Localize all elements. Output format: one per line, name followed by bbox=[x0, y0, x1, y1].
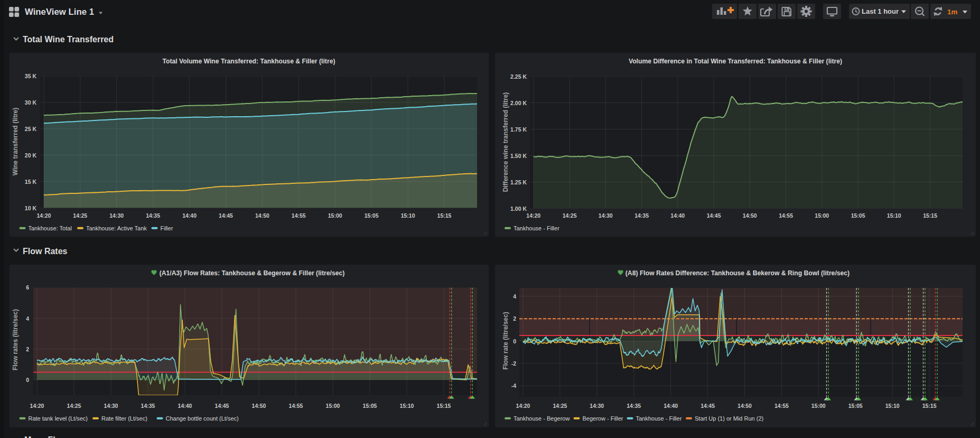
svg-text:14:55: 14:55 bbox=[289, 403, 303, 409]
svg-text:14:40: 14:40 bbox=[178, 403, 192, 409]
svg-text:15:05: 15:05 bbox=[363, 403, 377, 409]
svg-text:14:55: 14:55 bbox=[774, 403, 789, 409]
svg-text:15:15: 15:15 bbox=[923, 212, 937, 219]
svg-text:Flow rate (litre/sec): Flow rate (litre/sec) bbox=[502, 312, 509, 369]
svg-text:14:50: 14:50 bbox=[738, 403, 752, 409]
svg-text:1.50 K: 1.50 K bbox=[510, 153, 527, 159]
svg-text:15:00: 15:00 bbox=[328, 212, 342, 219]
svg-text:Begerow - Filler: Begerow - Filler bbox=[583, 415, 623, 422]
svg-text:14:35: 14:35 bbox=[634, 212, 649, 219]
svg-text:14:40: 14:40 bbox=[182, 212, 197, 219]
svg-text:0: 0 bbox=[26, 377, 29, 383]
svg-text:14:50: 14:50 bbox=[252, 403, 266, 409]
svg-text:2.00 K: 2.00 K bbox=[510, 100, 527, 106]
svg-text:14:25: 14:25 bbox=[67, 403, 81, 409]
svg-text:15:00: 15:00 bbox=[811, 403, 826, 409]
svg-text:4: 4 bbox=[26, 315, 29, 322]
svg-text:14:45: 14:45 bbox=[219, 212, 233, 219]
svg-text:Filler: Filler bbox=[161, 225, 173, 231]
svg-text:15:05: 15:05 bbox=[848, 403, 863, 409]
svg-text:2: 2 bbox=[26, 346, 29, 352]
svg-text:Tankhouse: Active Tank: Tankhouse: Active Tank bbox=[86, 225, 147, 231]
svg-text:1m: 1m bbox=[947, 8, 958, 16]
svg-text:15 K: 15 K bbox=[25, 179, 37, 185]
svg-text:14:35: 14:35 bbox=[627, 403, 641, 409]
svg-text:1.75 K: 1.75 K bbox=[510, 126, 527, 133]
svg-text:14:45: 14:45 bbox=[701, 403, 715, 409]
svg-text:14:45: 14:45 bbox=[215, 403, 229, 409]
svg-text:(A1/A3) Flow Rates: Tankhouse: (A1/A3) Flow Rates: Tankhouse & Begerow … bbox=[160, 269, 345, 277]
svg-text:15:10: 15:10 bbox=[887, 212, 901, 219]
svg-text:14:45: 14:45 bbox=[707, 212, 721, 219]
svg-text:15:10: 15:10 bbox=[401, 212, 415, 219]
svg-text:15:00: 15:00 bbox=[326, 403, 340, 409]
svg-text:15:15: 15:15 bbox=[437, 212, 452, 219]
svg-text:14:30: 14:30 bbox=[104, 403, 118, 409]
svg-text:Tankhouse - Filler: Tankhouse - Filler bbox=[514, 225, 559, 231]
svg-text:Change bottle count (Lt/sec): Change bottle count (Lt/sec) bbox=[166, 415, 239, 422]
svg-text:35 K: 35 K bbox=[25, 73, 37, 79]
svg-text:15:15: 15:15 bbox=[922, 403, 937, 409]
svg-text:14:30: 14:30 bbox=[590, 403, 604, 409]
svg-text:14:40: 14:40 bbox=[670, 212, 685, 219]
svg-text:14:20: 14:20 bbox=[36, 212, 51, 219]
svg-text:WineView Line 1: WineView Line 1 bbox=[25, 7, 94, 17]
svg-text:10 K: 10 K bbox=[25, 205, 37, 211]
svg-text:14:30: 14:30 bbox=[599, 212, 613, 219]
svg-text:-2: -2 bbox=[511, 360, 516, 367]
svg-text:-4: -4 bbox=[511, 383, 516, 389]
svg-text:1.25 K: 1.25 K bbox=[510, 179, 527, 185]
svg-text:14:40: 14:40 bbox=[664, 403, 678, 409]
svg-text:Start Up (1) or Mid Run (2): Start Up (1) or Mid Run (2) bbox=[695, 415, 763, 422]
svg-text:0: 0 bbox=[513, 338, 516, 344]
svg-text:Tankhouse: Total: Tankhouse: Total bbox=[29, 225, 72, 231]
svg-text:Wine transferred (litre): Wine transferred (litre) bbox=[12, 108, 19, 176]
svg-text:15:10: 15:10 bbox=[400, 403, 414, 409]
svg-text:Total Wine Transferred: Total Wine Transferred bbox=[23, 35, 114, 44]
svg-text:2.25 K: 2.25 K bbox=[510, 73, 527, 80]
svg-text:15:05: 15:05 bbox=[365, 212, 379, 219]
svg-text:14:30: 14:30 bbox=[109, 212, 124, 219]
svg-text:14:25: 14:25 bbox=[563, 212, 577, 219]
svg-text:6: 6 bbox=[26, 284, 29, 291]
svg-text:14:35: 14:35 bbox=[146, 212, 160, 219]
svg-text:14:50: 14:50 bbox=[255, 212, 269, 219]
svg-text:(A8) Flow Rates Difference: Ta: (A8) Flow Rates Difference: Tankhouse & … bbox=[626, 269, 850, 277]
svg-text:Flow Rates: Flow Rates bbox=[23, 247, 68, 256]
svg-text:Rate tank level (Lt/sec): Rate tank level (Lt/sec) bbox=[29, 415, 88, 422]
svg-text:14:25: 14:25 bbox=[553, 403, 567, 409]
svg-text:Mass Flow: Mass Flow bbox=[24, 435, 67, 438]
svg-text:4: 4 bbox=[513, 293, 516, 300]
svg-text:14:20: 14:20 bbox=[526, 212, 540, 219]
svg-text:20 K: 20 K bbox=[25, 152, 37, 159]
svg-text:Total Volume Wine Transferred:: Total Volume Wine Transferred: Tankhouse… bbox=[163, 58, 335, 65]
svg-text:Last 1 hour: Last 1 hour bbox=[862, 7, 899, 15]
svg-text:Volume Difference in Total Win: Volume Difference in Total Wine Transfer… bbox=[629, 58, 842, 65]
svg-text:14:20: 14:20 bbox=[516, 403, 530, 409]
svg-text:Difference wine transferred (l: Difference wine transferred (litre) bbox=[502, 92, 509, 192]
svg-text:15:10: 15:10 bbox=[885, 403, 900, 409]
svg-text:14:20: 14:20 bbox=[30, 403, 44, 409]
svg-text:14:55: 14:55 bbox=[292, 212, 306, 219]
svg-text:Flow rates (litre/sec): Flow rates (litre/sec) bbox=[12, 309, 19, 370]
svg-text:1.00 K: 1.00 K bbox=[510, 206, 527, 212]
svg-text:Tankhouse - Filler: Tankhouse - Filler bbox=[636, 415, 682, 422]
svg-text:25 K: 25 K bbox=[25, 126, 37, 132]
svg-text:15:05: 15:05 bbox=[851, 212, 865, 219]
svg-text:2: 2 bbox=[513, 315, 516, 322]
svg-text:30 K: 30 K bbox=[25, 99, 37, 106]
svg-text:14:25: 14:25 bbox=[73, 212, 87, 219]
svg-text:14:35: 14:35 bbox=[141, 403, 155, 409]
svg-text:14:55: 14:55 bbox=[779, 212, 793, 219]
svg-text:15:00: 15:00 bbox=[815, 212, 829, 219]
svg-text:15:15: 15:15 bbox=[437, 403, 451, 409]
svg-text:Rate filter (Lt/sec): Rate filter (Lt/sec) bbox=[101, 415, 147, 422]
svg-text:14:50: 14:50 bbox=[743, 212, 757, 219]
svg-text:Tankhouse - Begerow: Tankhouse - Begerow bbox=[514, 415, 570, 422]
